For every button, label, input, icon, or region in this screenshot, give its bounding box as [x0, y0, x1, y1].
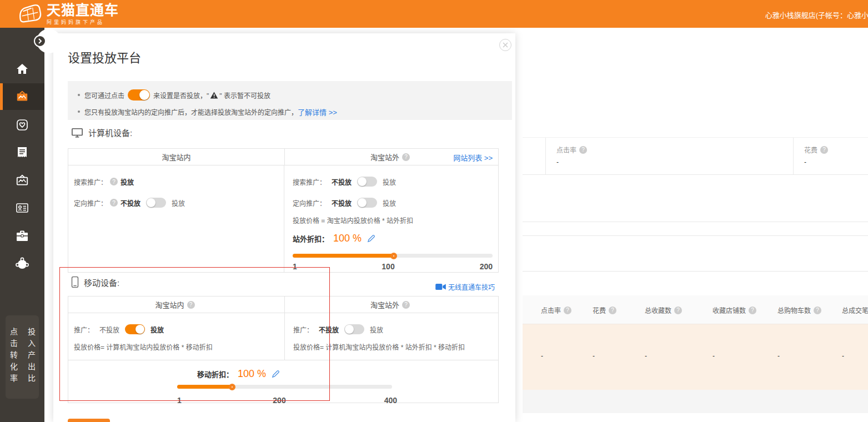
computer-offsite-search-toggle[interactable]	[357, 177, 377, 187]
scale-min: 1	[177, 396, 182, 405]
status-on: 投放	[172, 198, 185, 208]
computer-onsite-search-row: 搜索推广： ? 投放	[74, 173, 278, 190]
help-icon[interactable]: ?	[579, 146, 587, 154]
example-toggle	[128, 89, 150, 101]
sidebar-metrics-panel[interactable]: 点击转化率 投入产出比	[6, 315, 39, 399]
offsite-discount-slider[interactable]	[293, 254, 493, 258]
promo-label: 推广：	[74, 325, 94, 334]
account-name[interactable]: 心雅小栈旗舰店(子帐号：心雅小栈	[765, 9, 868, 20]
offsite-slider-handle[interactable]	[390, 253, 397, 259]
sidebar-item-campaign[interactable]	[0, 83, 44, 110]
heart-icon	[16, 118, 29, 132]
search-promo-label: 搜索推广：	[74, 177, 107, 187]
status-off: 不投放	[121, 198, 141, 208]
sidebar-item-tools[interactable]	[0, 223, 44, 249]
platform-settings-modal: 设置投放平台 您可通过点击 来设置是否投放，" " 表示暂不可投放 您只有投放淘…	[53, 33, 515, 422]
close-icon	[503, 42, 508, 48]
sidebar-item-reports[interactable]	[0, 139, 44, 166]
edit-pencil-icon[interactable]	[367, 234, 375, 243]
mobile-discount-slider[interactable]	[177, 385, 392, 389]
mobile-offsite-promo-row: 推广： 不投放 投放	[293, 321, 493, 338]
edit-pencil-icon[interactable]	[272, 370, 280, 378]
report-table-row[interactable]: - - - - - -	[523, 324, 868, 390]
scale-mid: 200	[273, 396, 285, 405]
col-header-deals: 总成交笔	[842, 305, 868, 315]
help-icon[interactable]: ?	[674, 307, 682, 314]
help-icon[interactable]: ?	[749, 307, 756, 314]
monitor-icon	[71, 127, 83, 138]
offsite-slider-scale: 1 100 200	[293, 262, 493, 272]
learn-more-link[interactable]: 了解详情 >>	[298, 107, 337, 117]
help-icon[interactable]: ?	[187, 301, 195, 309]
stat-cost-value: -	[804, 158, 868, 166]
mobile-offsite-promo-toggle[interactable]	[344, 324, 364, 334]
app-logo[interactable]: 天猫直通车 阿里妈妈旗下产品	[17, 3, 119, 26]
sidebar-item-creatives[interactable]	[0, 167, 44, 194]
help-icon[interactable]: ?	[110, 178, 118, 185]
promo-label: 推广：	[293, 325, 313, 334]
mobile-discount-value: 100 %	[238, 368, 266, 380]
target-promo-label: 定向推广：	[74, 198, 107, 208]
metric-roi: 投入产出比	[26, 328, 37, 399]
computer-offsite-cell: 搜索推广： 不投放 投放 定向推广： 不投放 投放 投放价格 = 淘宝站内投放价…	[284, 165, 498, 273]
status-off: 不投放	[99, 325, 119, 334]
briefcase-icon	[16, 230, 29, 242]
mobile-offsite-formula: 投放价格= 计算机淘宝站内投放价格 * 站外折扣 * 移动折扣	[293, 342, 493, 351]
wireless-tips-link[interactable]: 无线直通车技巧	[433, 282, 495, 292]
home-icon	[16, 62, 29, 76]
help-icon[interactable]: ?	[814, 307, 821, 314]
mobile-discount-row: 移动折扣： 100 % 1 200 400	[68, 360, 498, 403]
scale-mid: 100	[382, 262, 394, 271]
help-icon[interactable]: ?	[402, 301, 410, 309]
help-icon[interactable]: ?	[110, 199, 118, 207]
status-on: 投放	[383, 177, 396, 187]
computer-offsite-search-row: 搜索推广： 不投放 投放	[293, 173, 493, 190]
help-icon[interactable]: ?	[402, 153, 410, 161]
stat-card-ctr: 点击率 ? -	[545, 138, 793, 174]
network-icon	[15, 257, 29, 271]
cell-value: -	[842, 352, 844, 360]
status-off: 不投放	[319, 325, 339, 334]
mobile-slider-handle[interactable]	[229, 384, 235, 390]
sidebar-expand-button[interactable]	[34, 35, 46, 47]
id-card-icon	[16, 202, 29, 214]
mobile-discount: 移动折扣： 100 %	[197, 366, 280, 381]
notice-text: 您可通过点击	[84, 91, 124, 100]
warning-icon	[210, 92, 218, 99]
notice-box: 您可通过点击 来设置是否投放，" " 表示暂不可投放 您只有投放淘宝站内的定向推…	[68, 81, 512, 120]
help-icon[interactable]: ?	[820, 146, 828, 154]
bullet-icon	[78, 94, 80, 96]
video-camera-icon	[435, 283, 446, 290]
help-icon[interactable]: ?	[564, 307, 571, 314]
receipt-icon	[16, 146, 28, 159]
sidebar-item-accounts[interactable]	[0, 195, 44, 222]
app-title: 天猫直通车	[47, 3, 119, 17]
cell-value: -	[541, 352, 543, 360]
help-icon[interactable]: ?	[609, 307, 616, 314]
mobile-section-title: 移动设备:	[84, 277, 119, 288]
modal-close-button[interactable]	[499, 39, 511, 51]
offsite-discount-value: 100 %	[333, 233, 362, 244]
campaign-image-icon	[15, 89, 29, 104]
mobile-onsite-promo-toggle[interactable]	[125, 324, 145, 334]
computer-onsite-target-toggle[interactable]	[146, 198, 166, 208]
sidebar-item-home[interactable]	[0, 56, 44, 82]
background-report-panel: 点击率 ? - 花费 ? - 点击率? 花费? 总收藏数? 收藏店铺数? 总购物…	[523, 28, 868, 422]
status-on: 投放	[150, 325, 164, 334]
scale-max: 400	[384, 396, 397, 405]
notice-text: " 表示暂不可投放	[219, 91, 270, 100]
confirm-button[interactable]	[68, 419, 110, 422]
computer-offsite-target-row: 定向推广： 不投放 投放	[293, 194, 493, 211]
computer-onsite-header: 淘宝站内	[68, 149, 285, 165]
sidebar-item-favorites[interactable]	[0, 112, 44, 138]
sidebar-item-network[interactable]	[0, 250, 44, 277]
scale-max: 200	[480, 262, 493, 271]
search-promo-label: 搜索推广：	[293, 177, 326, 187]
computer-offsite-target-toggle[interactable]	[357, 198, 377, 208]
notice-line-1: 您可通过点击 来设置是否投放，" " 表示暂不可投放	[78, 88, 502, 102]
website-list-link[interactable]: 网站列表 >>	[453, 152, 493, 163]
col-header-shop-favorites: 收藏店铺数?	[713, 305, 759, 315]
report-table-footer-row	[523, 390, 868, 413]
cell-value: -	[777, 352, 780, 360]
mobile-onsite-formula: 投放价格= 计算机淘宝站内投放价格 * 移动折扣	[74, 342, 279, 351]
